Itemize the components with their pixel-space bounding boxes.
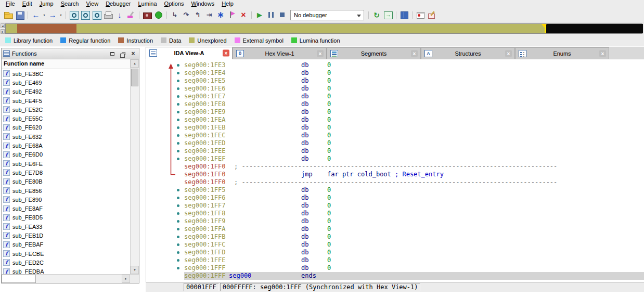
function-row[interactable]: fsub_FED2C	[2, 258, 130, 267]
disasm-line[interactable]: seg000:1FFEdb0	[146, 256, 644, 264]
hscroll-thumb[interactable]	[2, 275, 36, 283]
function-row[interactable]: fsub_FEB1D	[2, 231, 130, 240]
function-row[interactable]: fsub_FE856	[2, 186, 130, 195]
debugger-select[interactable]: No debugger	[290, 10, 364, 20]
vscroll-up-icon[interactable]: ▴	[131, 59, 139, 68]
function-row[interactable]: fsub_FE8D5	[2, 213, 130, 222]
disasm-line[interactable]: seg000:1FF8db0	[146, 210, 644, 217]
tab-ida-view-a[interactable]: IDA View-A	[146, 47, 233, 59]
stop-process-icon[interactable]	[277, 10, 288, 20]
run-until-return-icon[interactable]: ↰	[192, 10, 203, 20]
disasm-line[interactable]: seg000:1FFDdb0	[146, 249, 644, 256]
function-row[interactable]: fsub_FE632	[2, 132, 130, 141]
tab-hex-view-1[interactable]: Hex View-1	[233, 47, 327, 59]
disasm-line[interactable]: seg000:1FE6db0	[146, 85, 644, 93]
menu-item-file[interactable]: File	[2, 0, 19, 8]
search-binary-icon[interactable]	[92, 10, 102, 20]
hscroll-right-icon[interactable]: ▸	[122, 275, 130, 283]
function-row[interactable]: fsub_FE80B	[2, 177, 130, 186]
menu-item-edit[interactable]: Edit	[19, 0, 36, 8]
disasm-line[interactable]: seg000:1FFFdb0	[146, 264, 644, 272]
menu-item-search[interactable]: Search	[57, 0, 83, 8]
function-row[interactable]: fsub_FE890	[2, 195, 130, 204]
disasm-line[interactable]: seg000:1FF9db0	[146, 217, 644, 225]
menu-item-jump[interactable]: Jump	[36, 0, 57, 8]
navigation-band[interactable]	[5, 23, 642, 34]
set-color-icon[interactable]	[126, 10, 136, 20]
tab-close-icon[interactable]	[505, 50, 512, 57]
reload-file-icon[interactable]: ↻	[371, 10, 382, 20]
disasm-line[interactable]: seg000:1FEBdb0	[146, 124, 644, 132]
disasm-line[interactable]: seg000:1FE3db0	[146, 61, 644, 69]
print-icon[interactable]	[103, 10, 113, 20]
function-row[interactable]: fsub_FE68A	[2, 141, 130, 150]
disasm-line[interactable]: seg000:1FF5db0	[146, 186, 644, 194]
function-row[interactable]: fsub_FE492	[2, 87, 130, 96]
disasm-line[interactable]: seg000:1FE8db0	[146, 100, 644, 108]
menu-item-lumina[interactable]: Lumina	[134, 0, 160, 8]
menu-item-help[interactable]: Help	[218, 0, 237, 8]
run-to-cursor-icon[interactable]: ⇥	[204, 10, 214, 20]
function-row[interactable]: fsub_FE6FE	[2, 159, 130, 168]
disasm-line[interactable]: seg000:1FF6db0	[146, 194, 644, 202]
open-file-icon[interactable]	[3, 10, 14, 20]
maximize-button[interactable]	[108, 50, 117, 57]
disasm-line[interactable]: seg000:1FF7db0	[146, 202, 644, 210]
functions-panel-titlebar[interactable]: Functions	[2, 48, 139, 59]
step-over-icon[interactable]: ↷	[181, 10, 191, 20]
search-text-icon[interactable]	[80, 10, 91, 20]
disasm-line[interactable]: seg000:1FE4db0	[146, 69, 644, 77]
functions-hscrollbar[interactable]: ▸	[2, 275, 130, 283]
step-into-icon[interactable]: ↳	[170, 10, 180, 20]
float-button[interactable]	[119, 50, 127, 57]
tab-close-icon[interactable]	[411, 50, 418, 57]
debugger-options-icon[interactable]: ∗	[215, 10, 226, 20]
bookmark-icon[interactable]	[227, 10, 237, 20]
disasm-line[interactable]: seg000:1FE7db0	[146, 93, 644, 100]
vscroll-down-icon[interactable]: ▾	[131, 266, 139, 274]
navband-scroll-right-icon[interactable]: ▸	[1, 29, 5, 34]
cancel-icon[interactable]: ×	[238, 10, 249, 20]
navigate-back-menu-icon[interactable]: ▾	[42, 10, 46, 20]
snapshot-icon[interactable]	[142, 10, 152, 20]
tab-segments[interactable]: Segments	[327, 47, 421, 59]
menu-item-windows[interactable]: Windows	[188, 0, 218, 8]
disasm-line[interactable]: seg000:1FFCdb0	[146, 241, 644, 249]
start-process-icon[interactable]: ▶	[254, 10, 265, 20]
function-row[interactable]: fsub_FE8AF	[2, 204, 130, 213]
menu-item-options[interactable]: Options	[161, 0, 188, 8]
function-row[interactable]: fsub_FE4F5	[2, 96, 130, 105]
disasm-line[interactable]: seg000:1FFFseg000ends	[146, 272, 644, 280]
quick-run-icon[interactable]	[383, 10, 393, 20]
function-row[interactable]: fsub_FE469	[2, 78, 130, 87]
jump-by-name-icon[interactable]	[69, 10, 79, 20]
ida-view-content[interactable]: seg000:1FE3db0seg000:1FE4db0seg000:1FE5d…	[146, 59, 644, 282]
database-notepad-icon[interactable]	[399, 10, 409, 20]
disasm-line[interactable]: seg000:1FF0; ---------------------------…	[146, 178, 644, 186]
vscroll-thumb[interactable]	[131, 69, 138, 86]
disasm-line[interactable]: seg000:1FFAdb0	[146, 225, 644, 233]
function-row[interactable]: fsub_FEA33	[2, 222, 130, 231]
jump-to-address-icon[interactable]: ↓	[114, 10, 125, 20]
navigate-forward-menu-icon[interactable]: ▾	[59, 10, 63, 20]
disasm-line[interactable]: seg000:1FEFdb0	[146, 155, 644, 163]
functions-column-header[interactable]: Function name	[2, 59, 130, 69]
tab-close-icon[interactable]	[223, 50, 229, 57]
edit-breakpoint-icon[interactable]	[427, 10, 437, 20]
function-row[interactable]: fsub_FE6D0	[2, 150, 130, 159]
function-row[interactable]: fsub_FECBE	[2, 249, 130, 258]
pause-process-icon[interactable]	[266, 10, 276, 20]
function-row[interactable]: fsub_FE7D8	[2, 168, 130, 177]
disasm-line[interactable]: seg000:1FECdb0	[146, 132, 644, 139]
function-row[interactable]: fsub_FEDBA	[2, 267, 130, 274]
disasm-line[interactable]: seg000:1FE9db0	[146, 108, 644, 116]
breakpoint-list-icon[interactable]	[415, 10, 426, 20]
hscroll-trough[interactable]	[36, 275, 122, 283]
disasm-line[interactable]: seg000:1FEEdb0	[146, 147, 644, 155]
save-file-icon[interactable]	[15, 10, 25, 20]
disasm-line[interactable]: seg000:1FF0jmpfar ptr cold_boot; Reset_e…	[146, 171, 644, 178]
function-row[interactable]: fsub_FE3BC	[2, 69, 130, 78]
disasm-line[interactable]: seg000:1FF0; ---------------------------…	[146, 163, 644, 171]
navigate-back-icon[interactable]: ←	[31, 10, 41, 20]
record-icon[interactable]	[153, 10, 164, 20]
